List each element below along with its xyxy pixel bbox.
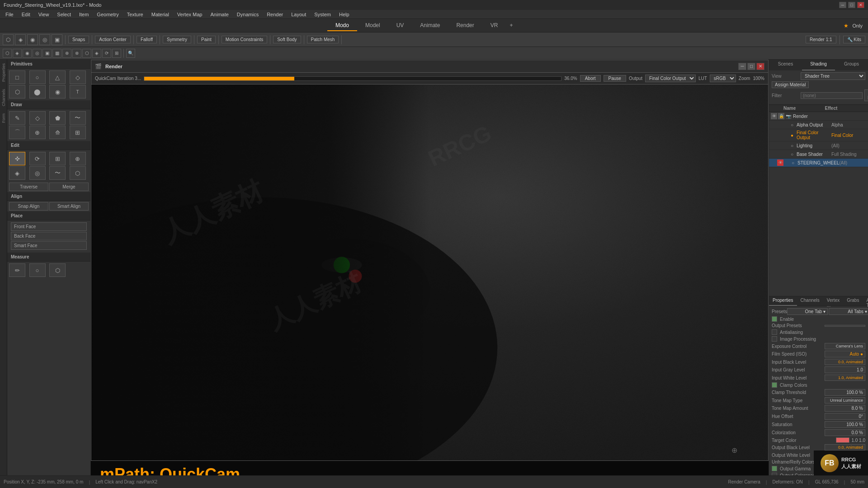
soft-btn[interactable]: Soft Body — [273, 36, 301, 43]
add-layer-btn[interactable]: Add Layer — [864, 89, 868, 101]
clamp-check[interactable] — [772, 382, 777, 388]
menu-select[interactable]: Select — [53, 11, 75, 18]
push-pull-tool[interactable]: ◈ — [9, 166, 25, 180]
abort-button[interactable]: Abort — [580, 75, 601, 82]
view-select[interactable]: Shader Tree — [801, 72, 865, 80]
rp-tab-groups[interactable]: Groups — [835, 60, 868, 70]
prop-tab-vertex[interactable]: Vertex ... — [823, 296, 843, 306]
prop-tab-channels[interactable]: Channels — [797, 296, 823, 306]
tool2-btn-4[interactable]: ◎ — [33, 49, 42, 58]
strip-tool[interactable]: ⟰ — [49, 126, 66, 139]
tab-render[interactable]: Render — [448, 20, 482, 31]
close-button[interactable]: ✕ — [857, 2, 864, 8]
falloff-btn[interactable]: Falloff — [137, 36, 157, 43]
snap-align-btn[interactable]: Snap Align — [9, 202, 48, 211]
tree-item-steering-wheel[interactable]: 👁 ○ STEERING_WHEEL (All) — [769, 159, 868, 167]
menu-texture[interactable]: Texture — [123, 11, 147, 18]
render-maximize-btn[interactable]: □ — [747, 63, 755, 70]
measure-hex[interactable]: ⬡ — [49, 263, 66, 277]
strip-label-3[interactable]: Form — [0, 110, 7, 127]
tool2-btn-9[interactable]: ⬡ — [82, 49, 91, 58]
merge-btn[interactable]: Merge — [49, 183, 89, 191]
tool2-btn-10[interactable]: ◈ — [92, 49, 101, 58]
measure-pencil[interactable]: ✏ — [9, 263, 25, 277]
menu-animate[interactable]: Animate — [207, 11, 232, 18]
tree-item-alpha[interactable]: ○ Alpha Output Alpha — [769, 121, 868, 129]
lock-icon-render[interactable]: 🔒 — [778, 113, 784, 119]
all-tabs-btn[interactable]: All Tabs ▾ — [829, 308, 868, 315]
paint-poly[interactable]: ⊕ — [29, 126, 46, 139]
tool-btn-1[interactable]: ⬡ — [3, 34, 14, 45]
cube-tool[interactable]: □ — [9, 70, 25, 84]
eye-icon-render[interactable]: 👁 — [771, 113, 777, 119]
torus-tool[interactable]: ⬤ — [29, 85, 46, 99]
poly-tool[interactable]: ⬟ — [49, 111, 66, 125]
select-btn[interactable]: Action Center — [95, 36, 131, 43]
minimize-button[interactable]: ─ — [839, 2, 846, 8]
move-tool[interactable]: ✜ — [9, 152, 25, 165]
prop-tab-grabs[interactable]: Grabs — [843, 296, 863, 306]
eye-icon-steering[interactable]: 👁 — [777, 160, 783, 166]
menu-item[interactable]: Item — [75, 11, 92, 18]
filter-input[interactable] — [801, 92, 863, 99]
tab-model[interactable]: Model — [357, 20, 388, 31]
front-face-btn[interactable]: Front Face — [11, 222, 87, 231]
tool2-btn-1[interactable]: ⬡ — [3, 49, 12, 58]
menu-system[interactable]: System — [311, 11, 335, 18]
edge-tool[interactable]: ◇ — [29, 111, 46, 125]
cone-tool[interactable]: △ — [49, 70, 66, 84]
scale-tool[interactable]: ⊞ — [49, 152, 66, 165]
one-tab-btn[interactable]: One Tab ▾ — [787, 308, 828, 315]
plane-tool[interactable]: ◇ — [70, 70, 86, 84]
strip-label-1[interactable]: Properties — [0, 60, 7, 85]
tool2-btn-2[interactable]: ◈ — [13, 49, 22, 58]
rp-tab-shading[interactable]: Shading — [802, 60, 835, 70]
disc-tool[interactable]: ◉ — [49, 85, 66, 99]
traverse-btn[interactable]: Traverse — [9, 183, 48, 191]
tool2-btn-13[interactable]: 🔍 — [126, 49, 135, 58]
sketch-tool[interactable]: 〜 — [70, 111, 86, 125]
patch-mesh-btn[interactable]: Patch Mesh — [307, 36, 339, 43]
back-face-btn[interactable]: Back Face — [11, 232, 87, 240]
rotate-tool[interactable]: ⟳ — [29, 152, 46, 165]
tool-btn-4[interactable]: ◎ — [39, 34, 50, 45]
tool-btn-3[interactable]: ◉ — [27, 34, 38, 45]
prop-tab-properties[interactable]: Properties — [769, 296, 797, 306]
arc-tool[interactable]: ⌒ — [9, 126, 25, 139]
lut-dropdown[interactable]: sRGB Linear — [710, 75, 736, 82]
pause-button[interactable]: Pause — [604, 75, 626, 82]
add-tab-button[interactable]: + — [506, 20, 516, 31]
render-close-btn[interactable]: ✕ — [756, 63, 764, 70]
image-proc-check[interactable] — [772, 336, 777, 342]
menu-material[interactable]: Material — [148, 11, 173, 18]
smart-align-btn[interactable]: Smart Align — [49, 202, 89, 211]
menu-view[interactable]: View — [35, 11, 53, 18]
target-color-swatch[interactable] — [836, 437, 849, 443]
menu-geometry[interactable]: Geometry — [93, 11, 122, 18]
snap-btn[interactable]: Snaps — [68, 36, 89, 43]
menu-vertex-map[interactable]: Vertex Map — [174, 11, 206, 18]
smooth-tool[interactable]: 〜 — [49, 166, 66, 180]
cylinder-tool[interactable]: ⬡ — [9, 85, 25, 99]
strip-label-2[interactable]: Channels — [0, 85, 7, 110]
render-window-controls[interactable]: ─ □ ✕ — [738, 63, 764, 70]
tool2-btn-3[interactable]: ◉ — [23, 49, 32, 58]
slide-tool[interactable]: ◎ — [29, 166, 46, 180]
tab-uv[interactable]: UV — [388, 20, 412, 31]
tab-vr[interactable]: VR — [482, 20, 506, 31]
tab-animate[interactable]: Animate — [412, 20, 448, 31]
patch-tool[interactable]: ⊞ — [70, 126, 86, 139]
sphere-tool[interactable]: ○ — [29, 70, 46, 84]
paint-btn[interactable]: Paint — [197, 36, 216, 43]
tool2-btn-7[interactable]: ⊕ — [62, 49, 71, 58]
tree-item-lighting[interactable]: ○ Lighting (All) — [769, 141, 868, 150]
render-view-btn[interactable]: Render 1:1 — [806, 36, 836, 43]
tool2-btn-5[interactable]: ▣ — [42, 49, 52, 58]
gamma-check[interactable] — [772, 466, 777, 471]
pen-tool[interactable]: ✎ — [9, 111, 25, 125]
text-tool[interactable]: T — [70, 85, 86, 99]
tool2-btn-6[interactable]: ▦ — [52, 49, 61, 58]
maximize-button[interactable]: □ — [848, 2, 855, 8]
measure-circle[interactable]: ○ — [29, 263, 46, 277]
output-dropdown[interactable]: Final Color Output Alpha Output — [645, 75, 696, 82]
